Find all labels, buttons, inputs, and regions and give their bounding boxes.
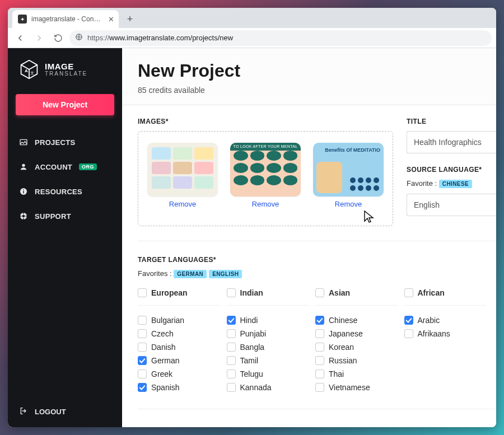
source-language-input[interactable] bbox=[407, 194, 496, 216]
favorite-chip-english[interactable]: ENGLISH bbox=[209, 270, 242, 278]
page-title: New Project bbox=[138, 60, 480, 81]
language-option[interactable]: Hindi bbox=[227, 314, 309, 327]
language-option[interactable]: German bbox=[138, 354, 220, 367]
brand-logo[interactable]: A文 IMAGE TRANSLATE bbox=[8, 48, 122, 92]
browser-tab[interactable]: ✦ imagetranslate - Convert imag ✕ bbox=[12, 10, 119, 28]
image-dropzone[interactable]: Remove TO LOOK AFTER YOUR MENTAL Remove bbox=[138, 131, 393, 226]
group-checkbox[interactable] bbox=[138, 288, 147, 297]
language-option[interactable]: Greek bbox=[138, 367, 220, 381]
language-option[interactable]: Vietnamese bbox=[315, 381, 398, 394]
group-header-label: Indian bbox=[240, 288, 263, 297]
language-option[interactable]: Bangla bbox=[227, 340, 309, 354]
language-checkbox[interactable] bbox=[315, 343, 324, 352]
favorite-chip-german[interactable]: GERMAN bbox=[174, 270, 207, 278]
group-header-label: African bbox=[418, 288, 445, 297]
language-checkbox[interactable] bbox=[315, 369, 324, 378]
image-item: TO LOOK AFTER YOUR MENTAL Remove bbox=[230, 143, 301, 219]
language-group-header[interactable]: African bbox=[404, 288, 487, 306]
site-info-icon[interactable] bbox=[75, 33, 83, 43]
support-icon bbox=[19, 212, 28, 221]
new-tab-button[interactable]: + bbox=[122, 11, 138, 27]
group-checkbox[interactable] bbox=[404, 288, 413, 297]
language-group-header[interactable]: Asian bbox=[315, 288, 398, 306]
language-label: Vietnamese bbox=[329, 383, 370, 392]
svg-rect-13 bbox=[23, 218, 24, 219]
group-checkbox[interactable] bbox=[315, 288, 324, 297]
language-label: Chinese bbox=[329, 316, 357, 325]
language-checkbox[interactable] bbox=[315, 316, 324, 325]
favorite-chip-chinese[interactable]: CHINESE bbox=[439, 180, 472, 188]
language-option[interactable]: Telugu bbox=[227, 367, 309, 381]
project-title-input[interactable] bbox=[407, 131, 496, 153]
tab-close-icon[interactable]: ✕ bbox=[108, 15, 114, 24]
language-label: Tamil bbox=[240, 356, 259, 365]
language-label: Telugu bbox=[240, 369, 263, 378]
language-checkbox[interactable] bbox=[227, 369, 236, 378]
language-option[interactable]: Korean bbox=[315, 340, 398, 354]
language-checkbox[interactable] bbox=[138, 343, 147, 352]
language-checkbox[interactable] bbox=[227, 356, 236, 365]
language-checkbox[interactable] bbox=[138, 356, 147, 365]
language-checkbox[interactable] bbox=[315, 329, 324, 338]
language-option[interactable]: Chinese bbox=[315, 314, 398, 327]
image-thumbnail[interactable]: Benefits Of MEDITATIO bbox=[313, 143, 384, 197]
svg-point-11 bbox=[22, 215, 25, 218]
language-checkbox[interactable] bbox=[404, 316, 413, 325]
nav-reload-button[interactable] bbox=[50, 30, 66, 46]
nav-back-button[interactable] bbox=[12, 30, 28, 46]
language-option[interactable]: Czech bbox=[138, 327, 220, 340]
language-group-header[interactable]: Indian bbox=[227, 288, 309, 306]
sidebar-item-resources[interactable]: RESOURCES bbox=[8, 179, 122, 204]
language-option[interactable]: Spanish bbox=[138, 381, 220, 394]
account-icon bbox=[19, 162, 28, 171]
logout-icon bbox=[19, 406, 28, 417]
language-option[interactable]: Thai bbox=[315, 367, 398, 381]
sidebar-nav: PROJECTS ACCOUNT ORG RESOURCES SUPPORT bbox=[8, 130, 122, 228]
app-root: A文 IMAGE TRANSLATE New Project PROJECTS … bbox=[8, 48, 496, 427]
language-checkbox[interactable] bbox=[138, 329, 147, 338]
sidebar-item-label: PROJECTS bbox=[35, 138, 75, 147]
page-header: New Project 85 credits available bbox=[122, 48, 496, 105]
image-thumbnail[interactable]: TO LOOK AFTER YOUR MENTAL bbox=[230, 143, 301, 197]
remove-image-link[interactable]: Remove bbox=[169, 200, 196, 208]
image-thumbnail[interactable] bbox=[147, 143, 218, 197]
group-checkbox[interactable] bbox=[227, 288, 236, 297]
new-project-button[interactable]: New Project bbox=[16, 94, 114, 115]
language-option[interactable]: Kannada bbox=[227, 381, 309, 394]
language-group-header[interactable]: European bbox=[138, 288, 220, 306]
language-checkbox[interactable] bbox=[227, 329, 236, 338]
svg-rect-12 bbox=[23, 212, 24, 214]
language-checkbox[interactable] bbox=[227, 383, 236, 392]
language-checkbox[interactable] bbox=[404, 329, 413, 338]
language-label: Afrikaans bbox=[418, 329, 450, 338]
svg-rect-9 bbox=[23, 189, 24, 190]
language-column: AfricanArabicAfrikaans bbox=[404, 288, 487, 394]
language-checkbox[interactable] bbox=[227, 316, 236, 325]
sidebar-item-account[interactable]: ACCOUNT ORG bbox=[8, 155, 122, 179]
url-input[interactable]: https://www.imagetranslate.com/projects/… bbox=[69, 30, 492, 46]
language-option[interactable]: Japanese bbox=[315, 327, 398, 340]
remove-image-link[interactable]: Remove bbox=[252, 200, 279, 208]
language-checkbox[interactable] bbox=[315, 356, 324, 365]
language-checkbox[interactable] bbox=[138, 369, 147, 378]
nav-forward-button[interactable] bbox=[31, 30, 47, 46]
sidebar-item-projects[interactable]: PROJECTS bbox=[8, 130, 122, 155]
language-option[interactable]: Tamil bbox=[227, 354, 309, 367]
logout-button[interactable]: LOGOUT bbox=[8, 396, 122, 427]
language-checkbox[interactable] bbox=[315, 383, 324, 392]
language-option[interactable]: Danish bbox=[138, 340, 220, 354]
language-option[interactable]: Afrikaans bbox=[404, 327, 487, 340]
language-column: EuropeanBulgarianCzechDanishGermanGreekS… bbox=[138, 288, 220, 394]
language-option[interactable]: Arabic bbox=[404, 314, 487, 327]
language-checkbox[interactable] bbox=[138, 383, 147, 392]
language-option[interactable]: Bulgarian bbox=[138, 314, 220, 327]
language-checkbox[interactable] bbox=[138, 316, 147, 325]
language-checkbox[interactable] bbox=[227, 343, 236, 352]
credits-available: 85 credits available bbox=[138, 86, 480, 95]
remove-image-link[interactable]: Remove bbox=[335, 200, 362, 208]
language-label: Greek bbox=[151, 369, 172, 378]
language-option[interactable]: Punjabi bbox=[227, 327, 309, 340]
group-header-label: Asian bbox=[329, 288, 350, 297]
sidebar-item-support[interactable]: SUPPORT bbox=[8, 204, 122, 228]
language-option[interactable]: Russian bbox=[315, 354, 398, 367]
